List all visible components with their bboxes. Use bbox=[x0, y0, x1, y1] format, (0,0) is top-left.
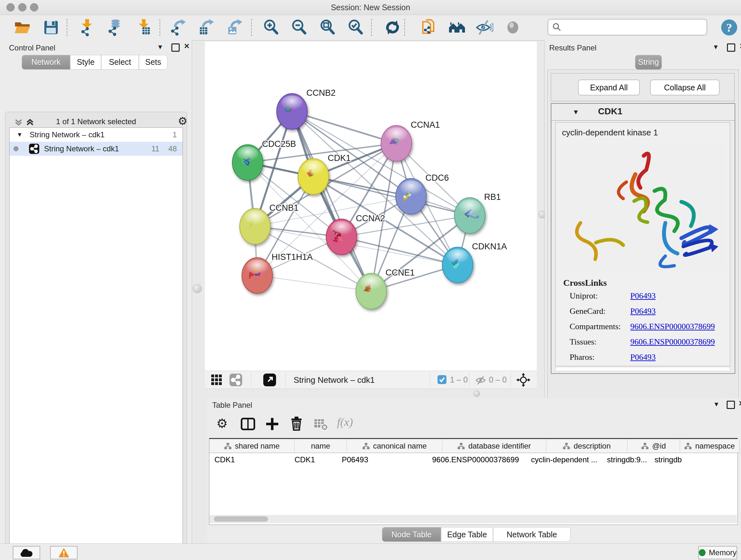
node-CCNA1[interactable] bbox=[381, 125, 412, 161]
h-scrollbar-thumb[interactable] bbox=[214, 516, 268, 522]
maximize-panel-icon[interactable] bbox=[172, 44, 180, 52]
search-input[interactable] bbox=[562, 22, 706, 32]
birds-eye-grid-icon[interactable] bbox=[211, 374, 223, 386]
houses-icon[interactable] bbox=[448, 18, 466, 37]
column-header-name[interactable]: name bbox=[294, 439, 347, 453]
network-collection-row[interactable]: ▼ String Network – cdk1 1 bbox=[10, 128, 183, 142]
node-CDC25B[interactable] bbox=[232, 145, 263, 180]
collapse-all-button[interactable]: Collapse All bbox=[650, 79, 720, 96]
add-column-icon[interactable] bbox=[265, 417, 280, 431]
edge-CCNB2-CCNA1[interactable] bbox=[292, 111, 396, 143]
network-canvas[interactable]: CCNB2CCNA1CDC25BCDK1CDC6RB1CCNB1CCNA2CDK… bbox=[205, 42, 537, 371]
protein-structure-image bbox=[560, 144, 726, 271]
save-session-icon[interactable] bbox=[42, 18, 60, 37]
tab-network-table[interactable]: Network Table bbox=[493, 527, 570, 542]
current-network-title: String Network – cdk1 bbox=[293, 375, 375, 385]
float-panel-icon[interactable]: ▼ bbox=[713, 401, 720, 408]
export-table-icon[interactable] bbox=[198, 18, 216, 37]
edge-CCNA2-CDKN1A[interactable] bbox=[341, 237, 458, 265]
string-panel-toggle-icon[interactable] bbox=[229, 373, 243, 387]
warning-status-button[interactable] bbox=[50, 546, 77, 559]
node-RB1[interactable] bbox=[455, 198, 485, 233]
tab-sets[interactable]: Sets bbox=[139, 55, 167, 70]
float-panel-icon[interactable]: ▼ bbox=[713, 44, 719, 51]
search-box bbox=[548, 19, 707, 36]
nav-divider bbox=[285, 372, 286, 387]
cloud-status-button[interactable] bbox=[13, 546, 40, 559]
window-zoom-button[interactable] bbox=[30, 3, 38, 11]
show-columns-icon[interactable] bbox=[241, 417, 255, 431]
collection-expand-icon[interactable]: ▼ bbox=[17, 131, 23, 138]
node-CCNB1[interactable] bbox=[240, 208, 270, 244]
string-document-icon[interactable] bbox=[420, 18, 439, 37]
hidden-eye-icon bbox=[475, 374, 486, 386]
tab-string[interactable]: String bbox=[635, 55, 662, 70]
edge-HIST1H1A-CCNE1[interactable] bbox=[257, 275, 371, 291]
tab-select[interactable]: Select bbox=[101, 55, 139, 70]
delete-column-trash-icon[interactable] bbox=[289, 416, 304, 431]
show-graphics-icon[interactable] bbox=[503, 18, 522, 37]
node-HIST1H1A[interactable] bbox=[242, 258, 273, 294]
network-options-gear-icon[interactable]: ⚙ bbox=[178, 115, 187, 127]
column-header-canonical-name[interactable]: canonical name bbox=[347, 439, 442, 453]
node-CDK1[interactable] bbox=[298, 159, 329, 194]
tab-style[interactable]: Style bbox=[70, 55, 101, 70]
crosslink-link[interactable]: 9606.ENSP00000378699 bbox=[630, 337, 715, 347]
edge-CCNB2-CCNE1[interactable] bbox=[292, 111, 371, 291]
open-in-new-window-icon[interactable] bbox=[263, 373, 276, 387]
selected-checkbox-icon[interactable] bbox=[437, 375, 447, 384]
expand-all-button[interactable]: Expand All bbox=[578, 79, 640, 96]
zoom-out-icon[interactable] bbox=[290, 18, 309, 37]
help-button[interactable]: ? bbox=[721, 19, 738, 36]
network-row[interactable]: String Network – cdk1 11 48 bbox=[10, 142, 183, 156]
tab-network[interactable]: Network bbox=[22, 55, 70, 70]
crosslink-link[interactable]: P06493 bbox=[630, 353, 656, 362]
collapse-card-icon[interactable]: ▼ bbox=[572, 108, 579, 116]
column-header-shared-name[interactable]: shared name bbox=[209, 439, 294, 453]
card-divider bbox=[551, 120, 735, 121]
window-minimize-button[interactable] bbox=[18, 3, 26, 11]
column-header--id[interactable]: @id bbox=[627, 439, 680, 453]
open-session-icon[interactable] bbox=[13, 18, 31, 37]
maximize-panel-icon[interactable] bbox=[727, 401, 735, 409]
import-network-icon[interactable] bbox=[78, 18, 96, 37]
zoom-fit-icon[interactable] bbox=[319, 18, 337, 37]
close-panel-icon[interactable]: ✕ bbox=[184, 43, 190, 50]
hide-graphics-icon[interactable] bbox=[475, 18, 494, 37]
node-CCNA2[interactable] bbox=[326, 219, 357, 255]
table-header-row: shared namenamecanonical namedatabase id… bbox=[209, 439, 738, 453]
node-CDKN1A[interactable] bbox=[442, 247, 473, 283]
refresh-layout-icon[interactable] bbox=[383, 18, 402, 37]
close-panel-icon[interactable]: ✕ bbox=[738, 400, 741, 407]
tab-edge-table[interactable]: Edge Table bbox=[441, 527, 493, 542]
float-panel-icon[interactable]: ▼ bbox=[157, 44, 163, 51]
memory-button[interactable]: Memory bbox=[698, 546, 737, 559]
tab-node-table[interactable]: Node Table bbox=[382, 527, 441, 542]
import-network-database-icon[interactable] bbox=[106, 18, 124, 37]
window-close-button[interactable] bbox=[6, 3, 15, 11]
left-splitter-handle[interactable] bbox=[193, 284, 202, 293]
column-header-description[interactable]: description bbox=[546, 439, 627, 453]
zoom-in-icon[interactable] bbox=[262, 18, 280, 37]
column-header-namespace[interactable]: namespace bbox=[680, 439, 739, 453]
fit-content-crosshair-icon[interactable] bbox=[516, 373, 530, 387]
crosslink-link[interactable]: P06493 bbox=[630, 291, 656, 301]
maximize-panel-icon[interactable] bbox=[727, 44, 735, 52]
node-CCNE1[interactable] bbox=[356, 273, 387, 309]
export-network-icon[interactable] bbox=[170, 18, 188, 37]
export-image-icon[interactable] bbox=[226, 18, 245, 37]
h-scrollbar-track[interactable] bbox=[209, 515, 737, 523]
table-row[interactable]: CDK1CDK1P064939606.ENSP00000378699cyclin… bbox=[209, 453, 738, 466]
node-CDC6[interactable] bbox=[396, 179, 426, 214]
crosslink-link[interactable]: 9606.ENSP00000378699 bbox=[630, 322, 715, 331]
crosslink-link[interactable]: P06493 bbox=[630, 307, 656, 316]
table-options-gear-icon[interactable]: ⚙ bbox=[216, 416, 228, 431]
bottom-splitter-handle[interactable] bbox=[474, 390, 480, 397]
column-header-database-identifier[interactable]: database identifier bbox=[442, 439, 546, 453]
toolbar-divider bbox=[371, 19, 372, 36]
close-panel-icon[interactable]: ✕ bbox=[739, 43, 741, 50]
collection-name: String Network – cdk1 bbox=[30, 130, 105, 139]
zoom-selected-icon[interactable] bbox=[347, 18, 365, 37]
import-table-icon[interactable] bbox=[135, 18, 153, 37]
node-CCNB2[interactable] bbox=[277, 94, 307, 129]
